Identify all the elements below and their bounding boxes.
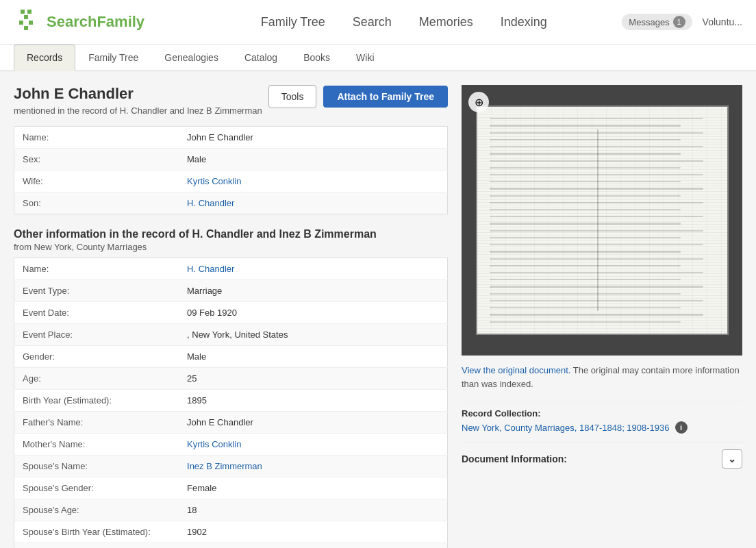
nav-family-tree[interactable]: Family Tree: [261, 12, 325, 33]
doc-line: [490, 139, 681, 140]
doc-line: [490, 230, 703, 232]
main-header: SearchFamily Family Tree Search Memories…: [0, 0, 756, 45]
field-value-link[interactable]: H. Chandler: [179, 192, 447, 214]
field-value: Female: [179, 477, 447, 499]
doc-line: [490, 237, 681, 238]
subnav-records[interactable]: Records: [14, 45, 75, 71]
document-image-container: ⊕: [462, 85, 742, 356]
mother-link[interactable]: Kyrtis Conklin: [187, 439, 241, 449]
field-label: Spouse's Name:: [14, 456, 179, 477]
doc-line: [490, 244, 703, 245]
view-original-link[interactable]: View the original document.: [462, 365, 570, 375]
spouse-link[interactable]: Inez B Zimmerman: [187, 461, 262, 471]
record-collection-link-row: New York, County Marriages, 1847-1848; 1…: [462, 421, 742, 434]
table-row: Event Place: , New York, United States: [14, 324, 448, 346]
field-value: Male: [179, 346, 447, 368]
doc-line: [490, 223, 681, 224]
field-value: 18: [179, 499, 447, 521]
table-row: Mother's Name: Kyrtis Conklin: [14, 434, 448, 456]
doc-line: [490, 314, 703, 315]
chevron-down-icon: ⌄: [728, 453, 736, 464]
logo-text: SearchFamily: [47, 13, 144, 31]
field-label: Name:: [14, 127, 179, 149]
field-value: John E Chandler: [179, 412, 447, 434]
doc-line: [490, 300, 703, 301]
field-label: Mother's Name:: [14, 434, 179, 456]
subnav-genealogies[interactable]: Genealogies: [151, 45, 231, 71]
left-panel: John E Chandler mentioned in the record …: [14, 85, 448, 548]
table-row: Sex: Male: [14, 149, 448, 171]
document-info-toggle[interactable]: ⌄: [722, 449, 742, 469]
doc-line: [490, 279, 681, 280]
record-collection-section: Record Collection: New York, County Marr…: [462, 401, 742, 434]
table-row: Wife: Kyrtis Conklin: [14, 171, 448, 192]
subnav-catalog[interactable]: Catalog: [231, 45, 290, 71]
main-nav: Family Tree Search Memories Indexing: [186, 12, 622, 33]
logo[interactable]: SearchFamily: [14, 8, 144, 36]
doc-line: [490, 202, 703, 203]
field-label: Wife:: [14, 171, 179, 192]
doc-line: [490, 251, 681, 252]
sub-nav: Records Family Tree Genealogies Catalog …: [0, 45, 756, 71]
field-label: Event Date:: [14, 302, 179, 324]
field-label: Spouse's Birth Year (Estimated):: [14, 521, 179, 543]
document-info-header[interactable]: Document Information: ⌄: [462, 449, 742, 469]
record-collection-label: Record Collection:: [462, 408, 742, 419]
field-value-link[interactable]: Kyrtis Conklin: [179, 171, 447, 192]
record-collection-link[interactable]: New York, County Marriages, 1847-1848; 1…: [462, 423, 670, 433]
original-doc-text: View the original document. The original…: [462, 364, 742, 390]
tools-button[interactable]: Tools: [268, 85, 317, 108]
field-value: 1895: [179, 390, 447, 412]
field-label: Son:: [14, 192, 179, 214]
attach-button[interactable]: Attach to Family Tree: [323, 86, 448, 108]
header-buttons: Tools Attach to Family Tree: [268, 85, 448, 108]
field-label: Age:: [14, 368, 179, 390]
document-info-section: Document Information: ⌄: [462, 442, 742, 469]
messages-badge[interactable]: Messages 1: [622, 14, 692, 30]
doc-lines: [490, 118, 715, 323]
person-name: John E Chandler: [14, 85, 262, 103]
name-link[interactable]: H. Chandler: [187, 264, 234, 274]
field-label: Spouse's Gender:: [14, 477, 179, 499]
nav-indexing[interactable]: Indexing: [501, 12, 547, 33]
other-section-header: Other information in the record of H. Ch…: [14, 228, 448, 252]
field-value: John E Chandler: [179, 127, 447, 149]
table-row: Spouse's Father's Name: Chas N Zimmerman: [14, 543, 448, 549]
document-info-label: Document Information:: [462, 453, 567, 464]
table-row: Spouse's Birth Year (Estimated): 1902: [14, 521, 448, 543]
doc-line: [490, 181, 681, 182]
wife-link[interactable]: Kyrtis Conklin: [187, 176, 241, 186]
svg-rect-3: [19, 21, 23, 25]
doc-line: [490, 286, 703, 287]
table-row: Spouse's Name: Inez B Zimmerman: [14, 456, 448, 477]
person-mention: mentioned in the record of H. Chandler a…: [14, 105, 262, 116]
doc-line: [490, 167, 681, 169]
field-value: Male: [179, 149, 447, 171]
table-row: Spouse's Gender: Female: [14, 477, 448, 499]
table-row: Name: H. Chandler: [14, 258, 448, 280]
messages-label: Messages: [629, 17, 669, 27]
field-label: Birth Year (Estimated):: [14, 390, 179, 412]
doc-line: [490, 146, 703, 147]
son-link[interactable]: H. Chandler: [187, 198, 234, 208]
subnav-books[interactable]: Books: [290, 45, 343, 71]
svg-rect-4: [29, 21, 33, 25]
zoom-button[interactable]: ⊕: [468, 92, 489, 112]
doc-line: [490, 188, 703, 189]
info-icon[interactable]: i: [675, 421, 688, 434]
doc-line: [490, 125, 681, 126]
field-value: , New York, United States: [179, 324, 447, 346]
field-value: 1902: [179, 521, 447, 543]
nav-search[interactable]: Search: [353, 12, 392, 33]
nav-memories[interactable]: Memories: [419, 12, 473, 33]
subnav-wiki[interactable]: Wiki: [343, 45, 387, 71]
header-right: Messages 1 Voluntu...: [622, 14, 742, 30]
doc-line: [490, 216, 703, 217]
doc-line: [490, 272, 703, 273]
field-value: Marriage: [179, 280, 447, 302]
svg-rect-5: [24, 26, 28, 30]
doc-line: [490, 258, 703, 260]
right-panel: ⊕: [462, 85, 742, 548]
subnav-family-tree[interactable]: Family Tree: [75, 45, 151, 71]
person-header: John E Chandler mentioned in the record …: [14, 85, 448, 116]
